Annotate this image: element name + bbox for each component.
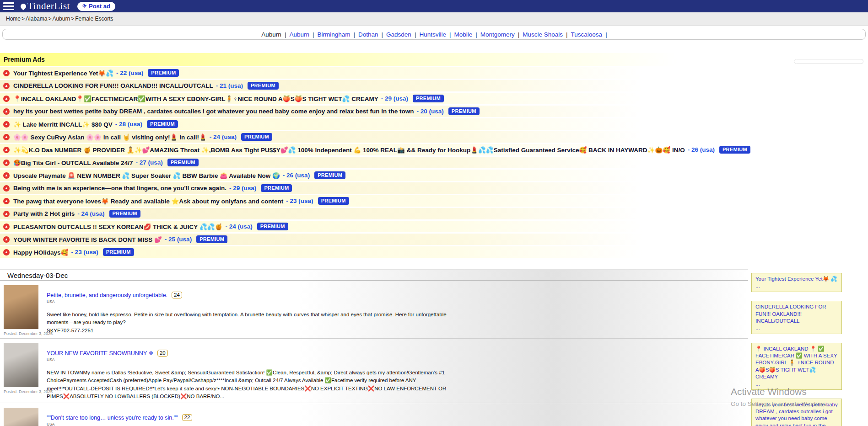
premium-badge[interactable]: PREMIUM <box>257 223 288 230</box>
premium-badge[interactable]: PREMIUM <box>318 197 349 205</box>
premium-badge[interactable]: PREMIUM <box>241 133 272 141</box>
city-sep: | <box>605 31 607 38</box>
premium-ad-title[interactable]: ✨💫K.O Daa NUMBER 🍯 PROVIDER 🧘✨💕AMAZING T… <box>13 146 685 154</box>
site-logo[interactable]: TinderList <box>21 0 70 12</box>
listing-location: USA <box>47 357 461 362</box>
premium-ad-title[interactable]: The pawg that everyone loves🦊 Ready and … <box>13 197 283 205</box>
premium-badge[interactable]: PREMIUM <box>196 235 227 243</box>
city-link[interactable]: Mobile <box>454 31 472 38</box>
post-ad-button[interactable]: ✈ Post ad <box>77 2 115 11</box>
premium-badge[interactable]: PREMIUM <box>248 82 279 90</box>
premium-ad-title[interactable]: 📍INCALL OAKLAND📍✅FACETIME/CAR✅WITH A SEX… <box>13 95 378 102</box>
premium-ad-row[interactable]: ▲ CINDERELLA LOOKING FOR FUN!!! OAKLAND!… <box>0 80 868 91</box>
premium-ad-row[interactable]: ▲ ✨💫K.O Daa NUMBER 🍯 PROVIDER 🧘✨💕AMAZING… <box>0 144 868 155</box>
listing-thumbnail[interactable] <box>4 343 38 387</box>
premium-badge[interactable]: PREMIUM <box>167 159 199 166</box>
premium-ad-row[interactable]: ▲ 🥵Big Tits Girl - OUTCALL Available 24/… <box>0 157 868 168</box>
listing-location: USA <box>47 299 461 304</box>
city-link[interactable]: Montgomery <box>480 31 515 38</box>
premium-ad-row[interactable]: ▲ Being with me is an experience—one tha… <box>0 182 868 194</box>
premium-ad-title[interactable]: Party with 2 Hot girls <box>13 210 75 217</box>
city-link[interactable]: Huntsville <box>419 31 446 38</box>
premium-badge[interactable]: PREMIUM <box>719 146 750 154</box>
sidebar-ad-title[interactable]: hey its your best wettes petite baby DRE… <box>755 401 838 426</box>
logo-text: TinderList <box>27 0 70 12</box>
listing-title-link[interactable]: Petite, brunette, and dangerously unforg… <box>47 292 167 298</box>
premium-badge[interactable]: PREMIUM <box>413 95 444 102</box>
premium-ad-row[interactable]: ▲ ✨ Lake Merritt INCALL✨ $80 QV - 28 (us… <box>0 118 868 130</box>
up-arrow-icon: ▲ <box>3 249 10 256</box>
premium-badge[interactable]: PREMIUM <box>261 184 292 192</box>
city-link[interactable]: Dothan <box>358 31 378 38</box>
sidebar-ad-box[interactable]: Your Tightest Experience Yet🦊 💦 ... <box>751 273 842 292</box>
premium-ad-row[interactable]: ▲ 🌸🌸 Sexy CuRvy Asian 🌸🌸 in call 🤘 visit… <box>0 131 868 143</box>
city-sep: | <box>415 31 416 38</box>
premium-ad-row[interactable]: ▲ hey its your best wettes petite baby D… <box>0 106 868 117</box>
premium-ad-row[interactable]: ▲ Your Tightest Experience Yet🦊💦 - 22 (u… <box>0 67 868 79</box>
listing-title-link[interactable]: YOUR NEW FAVORITE SNOWBUNNY ❄ <box>47 350 153 357</box>
premium-ad-row[interactable]: ▲ YOUR WINTER FAVORITE IS BACK DONT MISS… <box>0 234 868 245</box>
premium-ad-row[interactable]: ▲ Party with 2 Hot girls - 24 (usa) PREM… <box>0 208 868 219</box>
listing-thumbnail[interactable] <box>4 285 38 329</box>
city-link[interactable]: Gadsden <box>386 31 411 38</box>
listing-row[interactable]: Posted: December 3, 2025 YOUR NEW FAVORI… <box>0 338 748 403</box>
listing-description: NEW IN TOWNMy name is Dallas !Seductive,… <box>47 369 461 400</box>
listing-location: USA <box>47 422 461 426</box>
premium-badge[interactable]: PREMIUM <box>314 171 345 179</box>
listing-thumbnail[interactable] <box>4 408 38 426</box>
up-arrow-icon: ▲ <box>3 147 10 153</box>
sidebar-ad-ellipsis: ... <box>755 381 838 388</box>
logo-flame-icon <box>20 2 27 10</box>
premium-ad-title[interactable]: Happy HOlidays🥰 <box>13 249 68 256</box>
up-arrow-icon: ▲ <box>3 198 10 204</box>
premium-ad-title[interactable]: Being with me is an experience—one that … <box>13 185 226 192</box>
breadcrumb: Home > Alabama > Auburn > Female Escorts… <box>0 12 868 26</box>
premium-ad-row[interactable]: ▲ Upscale Playmate 🚨 NEW NUMBER 💦 Super … <box>0 170 868 181</box>
premium-badge[interactable]: PREMIUM <box>147 120 178 128</box>
up-arrow-icon: ▲ <box>3 121 10 128</box>
breadcrumb-link[interactable]: Auburn <box>52 16 70 22</box>
sidebar-ad-title[interactable]: CINDERELLA LOOKING FOR FUN!!! OAKLAND!!!… <box>755 304 838 325</box>
listing-row[interactable]: Posted: December 3, 2025 ""Don't stare t… <box>0 403 748 426</box>
listing-body: YOUR NEW FAVORITE SNOWBUNNY ❄ 20 USA NEW… <box>47 343 461 400</box>
premium-ad-title[interactable]: 🥵Big Tits Girl - OUTCALL Available 24/7 <box>13 159 133 166</box>
top-header: TinderList ✈ Post ad <box>0 0 868 12</box>
listing-title-link[interactable]: ""Don't stare too long… unless you're re… <box>47 415 178 421</box>
premium-ad-title[interactable]: PLEASANTON OUTCALLS !! SEXY KOREAN💋 THIC… <box>13 223 222 230</box>
premium-ad-row[interactable]: ▲ The pawg that everyone loves🦊 Ready an… <box>0 195 868 207</box>
premium-ad-row[interactable]: ▲ Happy HOlidays🥰 - 23 (usa) PREMIUM <box>0 246 868 258</box>
premium-ad-title[interactable]: CINDERELLA LOOKING FOR FUN!!! OAKLAND!!!… <box>13 82 213 89</box>
premium-ad-title[interactable]: hey its your best wettes petite baby DRE… <box>13 108 414 115</box>
breadcrumb-link[interactable]: Female Escorts <box>75 16 113 22</box>
premium-ad-title[interactable]: YOUR WINTER FAVORITE IS BACK DONT MISS 💕 <box>13 236 162 243</box>
listing-posted: Posted: December 3, 2025 <box>4 389 40 394</box>
premium-badge[interactable]: PREMIUM <box>103 248 134 256</box>
sidebar-ad-title[interactable]: Your Tightest Experience Yet🦊 💦 <box>755 276 838 282</box>
breadcrumb-link[interactable]: Alabama <box>26 16 47 22</box>
premium-badge[interactable]: PREMIUM <box>148 69 179 77</box>
premium-ad-row[interactable]: ▲ PLEASANTON OUTCALLS !! SEXY KOREAN💋 TH… <box>0 221 868 232</box>
hamburger-menu-icon[interactable] <box>3 2 14 10</box>
mini-input-box[interactable] <box>794 59 863 64</box>
breadcrumb-sep: > <box>22 16 25 22</box>
premium-ad-title[interactable]: 🌸🌸 Sexy CuRvy Asian 🌸🌸 in call 🤘 visitin… <box>13 133 207 141</box>
city-link[interactable]: Tuscaloosa <box>571 31 603 38</box>
sidebar-ad-box[interactable]: 📍 INCALL OAKLAND 📍 ✅ FACETIME/CAR ✅ WITH… <box>751 343 842 390</box>
listing-row[interactable]: Posted: December 3, 2025 Petite, brunett… <box>0 281 748 338</box>
premium-ad-title[interactable]: Upscale Playmate 🚨 NEW NUMBER 💦 Super So… <box>13 172 280 179</box>
premium-badge[interactable]: PREMIUM <box>448 107 480 115</box>
breadcrumb-link[interactable]: Home <box>6 16 21 22</box>
page: TinderList ✈ Post ad Home > Alabama > Au… <box>0 0 868 426</box>
sidebar-ad-title[interactable]: 📍 INCALL OAKLAND 📍 ✅ FACETIME/CAR ✅ WITH… <box>755 346 838 380</box>
premium-ad-row[interactable]: ▲ 📍INCALL OAKLAND📍✅FACETIME/CAR✅WITH A S… <box>0 93 868 104</box>
city-link[interactable]: Muscle Shoals <box>523 31 563 38</box>
city-link[interactable]: Birmingham <box>317 31 350 38</box>
premium-ad-title[interactable]: ✨ Lake Merritt INCALL✨ $80 QV <box>13 121 113 128</box>
up-arrow-icon: ▲ <box>3 211 10 217</box>
sidebar-ad-box[interactable]: CINDERELLA LOOKING FOR FUN!!! OAKLAND!!!… <box>751 301 842 334</box>
city-link[interactable]: Auburn <box>289 31 309 38</box>
premium-ad-title[interactable]: Your Tightest Experience Yet🦊💦 <box>13 69 113 77</box>
premium-sidebar: Your Tightest Experience Yet🦊 💦 ... CIND… <box>751 273 842 426</box>
premium-badge[interactable]: PREMIUM <box>109 210 140 218</box>
sidebar-ad-box[interactable]: hey its your best wettes petite baby DRE… <box>751 399 842 426</box>
